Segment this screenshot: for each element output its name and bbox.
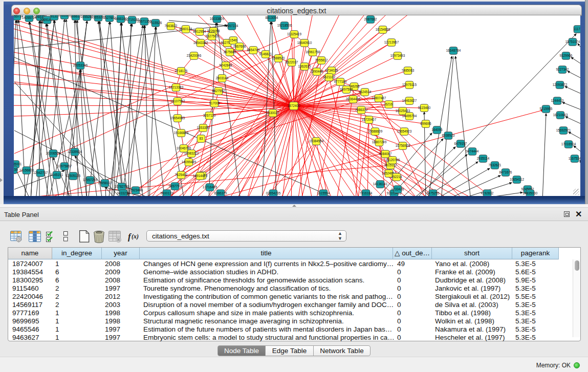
svg-text:19958117: 19958117 (98, 181, 112, 185)
svg-text:9600133: 9600133 (161, 191, 173, 195)
svg-text:5215955: 5215955 (540, 107, 553, 111)
svg-text:10025433: 10025433 (396, 109, 410, 113)
svg-text:14136141: 14136141 (373, 182, 388, 186)
svg-text:8454749: 8454749 (247, 48, 260, 52)
svg-text:2935114: 2935114 (477, 157, 490, 160)
svg-text:9474444: 9474444 (466, 149, 479, 153)
svg-text:12505135: 12505135 (66, 174, 81, 178)
svg-text:1353359: 1353359 (197, 126, 210, 129)
svg-text:19384554: 19384554 (309, 139, 324, 143)
svg-text:16782759: 16782759 (115, 185, 129, 188)
svg-text:14495794: 14495794 (402, 114, 417, 118)
svg-text:16033809: 16033809 (210, 17, 225, 20)
svg-text:7986372: 7986372 (355, 108, 368, 112)
svg-text:16543382: 16543382 (193, 41, 208, 45)
svg-text:8386379: 8386379 (214, 191, 227, 195)
svg-text:39159: 39159 (14, 168, 18, 171)
svg-text:1546: 1546 (230, 38, 237, 42)
svg-text:2867608: 2867608 (233, 45, 246, 48)
svg-text:14983222: 14983222 (184, 151, 199, 155)
svg-text:(x): (x) (132, 233, 139, 240)
svg-text:8938923: 8938923 (442, 134, 455, 137)
svg-text:13716485: 13716485 (203, 185, 217, 189)
svg-text:18807249: 18807249 (372, 140, 387, 144)
svg-text:6734028: 6734028 (325, 69, 338, 72)
svg-text:7357224: 7357224 (226, 24, 238, 28)
svg-text:1244413: 1244413 (551, 99, 564, 102)
svg-text:3675685: 3675685 (224, 50, 236, 54)
svg-text:8322037: 8322037 (286, 60, 298, 64)
svg-text:7515526: 7515526 (149, 21, 162, 25)
svg-text:1615594: 1615594 (317, 191, 330, 195)
svg-text:11174: 11174 (574, 27, 580, 31)
svg-text:23420046: 23420046 (187, 54, 202, 57)
svg-text:19166825: 19166825 (174, 131, 189, 135)
svg-text:699695: 699695 (420, 122, 431, 125)
svg-text:16120746: 16120746 (385, 158, 400, 162)
svg-text:10975867: 10975867 (57, 164, 72, 168)
svg-text:2087682: 2087682 (364, 17, 377, 21)
svg-text:12213383: 12213383 (169, 85, 184, 89)
svg-text:8427552: 8427552 (212, 89, 225, 93)
svg-text:9329966: 9329966 (560, 54, 573, 57)
svg-text:0433218: 0433218 (117, 191, 130, 195)
svg-text:64835030: 64835030 (523, 191, 538, 195)
svg-text:19654985: 19654985 (170, 116, 185, 120)
svg-text:1362615: 1362615 (298, 64, 311, 68)
svg-text:2330027: 2330027 (267, 111, 279, 115)
svg-text:7625402: 7625402 (175, 173, 188, 177)
svg-text:6475255: 6475255 (427, 191, 440, 195)
svg-text:6216: 6216 (385, 102, 393, 106)
svg-text:6479197: 6479197 (454, 142, 467, 145)
svg-text:20206576: 20206576 (46, 151, 61, 155)
svg-text:252214: 252214 (391, 175, 402, 179)
svg-text:1167534: 1167534 (569, 157, 580, 160)
svg-text:16961758: 16961758 (306, 50, 320, 54)
svg-text:8813054: 8813054 (266, 16, 278, 19)
svg-text:14099489: 14099489 (182, 160, 197, 164)
svg-text:15720407: 15720407 (362, 118, 377, 121)
svg-text:10807487: 10807487 (372, 96, 386, 100)
svg-text:16107552: 16107552 (170, 99, 185, 103)
svg-text:164095: 164095 (431, 128, 443, 132)
svg-text:8912954: 8912954 (193, 30, 206, 33)
svg-text:19218506: 19218506 (277, 24, 292, 27)
svg-text:10688609: 10688609 (368, 129, 383, 133)
svg-text:9327503: 9327503 (206, 34, 219, 38)
svg-text:10654112: 10654112 (510, 178, 524, 181)
svg-text:2718176: 2718176 (175, 69, 188, 73)
svg-text:12339934: 12339934 (68, 150, 82, 154)
svg-text:10756928: 10756928 (396, 144, 410, 147)
svg-text:306617: 306617 (70, 15, 81, 18)
svg-text:83: 83 (199, 137, 203, 140)
svg-text:2803144: 2803144 (216, 76, 229, 80)
svg-text:1065528: 1065528 (58, 15, 71, 17)
svg-text:10973493: 10973493 (390, 54, 405, 57)
svg-text:7632621: 7632621 (489, 163, 502, 167)
svg-text:3226058: 3226058 (207, 29, 220, 33)
svg-text:7485063: 7485063 (402, 69, 415, 72)
svg-text:15692971: 15692971 (556, 128, 571, 132)
svg-text:3624514: 3624514 (359, 90, 372, 94)
svg-text:317006: 317006 (209, 101, 220, 105)
svg-text:9146821: 9146821 (259, 52, 272, 56)
svg-text:9115460: 9115460 (418, 106, 431, 110)
svg-text:16648784: 16648784 (446, 49, 461, 52)
svg-text:17957255: 17957255 (83, 178, 98, 182)
svg-text:12975115: 12975115 (402, 83, 417, 86)
svg-text:9242848: 9242848 (220, 63, 232, 67)
svg-text:18640910: 18640910 (297, 41, 312, 45)
svg-text:16154838: 16154838 (376, 28, 390, 31)
svg-text:1145191: 1145191 (51, 173, 63, 177)
svg-text:6497508: 6497508 (340, 87, 353, 91)
svg-text:12093872: 12093872 (553, 83, 568, 86)
svg-text:8660124: 8660124 (180, 27, 192, 31)
svg-text:4192832: 4192832 (481, 191, 494, 195)
svg-text:7816184: 7816184 (360, 191, 373, 195)
svg-text:8471676: 8471676 (499, 170, 512, 174)
svg-text:13654923: 13654923 (397, 129, 412, 133)
svg-text:1990448: 1990448 (311, 70, 323, 73)
svg-text:9227342: 9227342 (556, 68, 569, 71)
svg-text:12156809: 12156809 (19, 168, 34, 172)
svg-text:9657791: 9657791 (169, 184, 182, 188)
